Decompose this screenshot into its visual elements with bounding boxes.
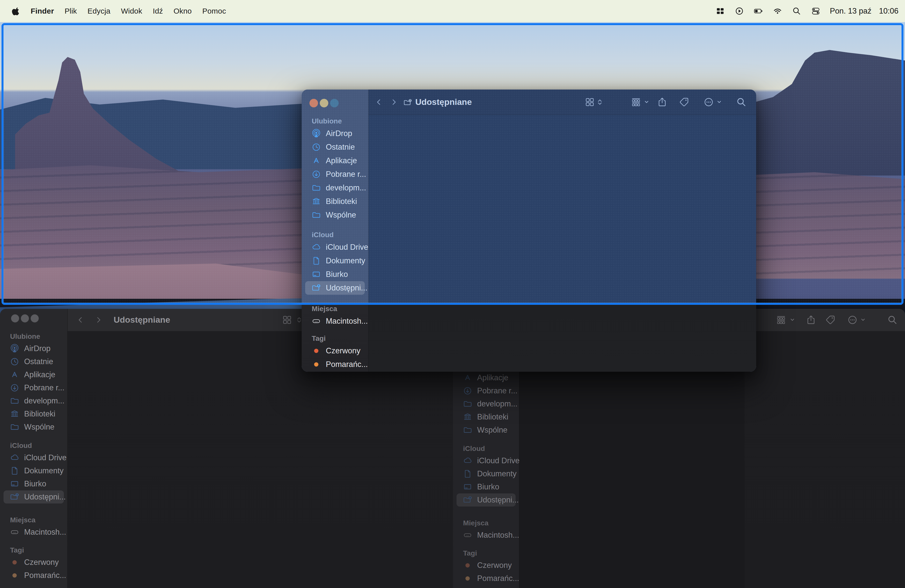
folder-icon bbox=[10, 396, 20, 406]
search-icon[interactable] bbox=[792, 6, 802, 16]
sidebar-item-label: Pobrane r... bbox=[24, 383, 64, 393]
dot-icon bbox=[462, 560, 473, 571]
shared-folder-icon bbox=[462, 495, 473, 505]
zoom-button[interactable] bbox=[31, 315, 39, 323]
sidebar-item-udostępni[interactable]: Udostępni... bbox=[457, 493, 516, 507]
sidebar-section: TagiCzerwonyPomarańc... bbox=[302, 328, 368, 371]
dot-icon bbox=[311, 346, 321, 356]
shared-folder-icon bbox=[10, 492, 20, 502]
menu-bar: Finder Plik Edycja Widok Idź Okno Pomoc … bbox=[0, 0, 905, 22]
library-icon bbox=[462, 412, 473, 422]
sidebar-item-label: Pomarańc... bbox=[24, 571, 66, 580]
search-icon[interactable] bbox=[887, 315, 898, 326]
sidebar-item-icloud-drive[interactable]: iCloud Drive bbox=[3, 451, 64, 464]
sidebar-item-dokumenty[interactable]: Dokumenty bbox=[457, 467, 516, 480]
chevron-down-icon[interactable] bbox=[857, 315, 868, 326]
sidebar-item-pomarańc[interactable]: Pomarańc... bbox=[3, 569, 64, 582]
sidebar-item-biblioteki[interactable]: Biblioteki bbox=[457, 410, 516, 424]
app-grid-icon[interactable] bbox=[715, 6, 725, 16]
battery-icon[interactable] bbox=[753, 6, 764, 16]
appstore-icon bbox=[10, 370, 20, 380]
menu-widok[interactable]: Widok bbox=[121, 7, 142, 15]
menu-finder[interactable]: Finder bbox=[31, 7, 54, 15]
sidebar-item-macintosh[interactable]: Macintosh... bbox=[3, 526, 64, 539]
window-title: Udostępniane bbox=[114, 315, 170, 325]
group-by-icon[interactable] bbox=[776, 315, 787, 326]
menu-edycja[interactable]: Edycja bbox=[87, 7, 110, 15]
sidebar-item-macintosh[interactable]: Macintosh... bbox=[305, 315, 365, 328]
sidebar-item-pomarańc[interactable]: Pomarańc... bbox=[305, 358, 365, 371]
folder-icon bbox=[10, 422, 20, 432]
library-icon bbox=[10, 409, 20, 419]
sidebar-item-label: developm... bbox=[477, 399, 518, 408]
sidebar: UlubioneAirDropOstatnieAplikacjePobrane … bbox=[0, 309, 68, 588]
sidebar-item-czerwony[interactable]: Czerwony bbox=[3, 556, 64, 569]
play-circle-icon[interactable] bbox=[734, 6, 745, 16]
forward-chevron-icon[interactable] bbox=[93, 315, 104, 326]
sidebar-item-aplikacje[interactable]: Aplikacje bbox=[3, 368, 64, 381]
share-icon[interactable] bbox=[805, 315, 816, 326]
sidebar-item-label: Wspólne bbox=[477, 426, 508, 435]
menu-idz[interactable]: Idź bbox=[153, 7, 163, 15]
sidebar-section-header: Tagi bbox=[453, 548, 519, 559]
wifi-icon[interactable] bbox=[773, 6, 783, 16]
menu-plik[interactable]: Plik bbox=[65, 7, 77, 15]
sidebar-item-icloud-drive[interactable]: iCloud Drive bbox=[457, 454, 516, 467]
sidebar-item-airdrop[interactable]: AirDrop bbox=[3, 342, 64, 355]
sidebar-item-label: Udostępni... bbox=[24, 493, 66, 502]
sidebar-item-label: Aplikacje bbox=[24, 370, 55, 379]
sidebar-item-macintosh[interactable]: Macintosh... bbox=[457, 529, 516, 542]
sidebar-section: MiejscaMacintosh... bbox=[453, 507, 519, 542]
window-snap-overlay bbox=[2, 23, 903, 305]
view-grid-icon[interactable] bbox=[281, 315, 293, 326]
sidebar-item-czerwony[interactable]: Czerwony bbox=[457, 559, 516, 572]
sidebar-item-label: Dokumenty bbox=[24, 466, 64, 475]
sidebar-item-aplikacje[interactable]: Aplikacje bbox=[457, 371, 516, 384]
sidebar-item-pomarańc[interactable]: Pomarańc... bbox=[457, 572, 516, 585]
sidebar-item-biblioteki[interactable]: Biblioteki bbox=[3, 407, 64, 421]
sidebar-item-wspólne[interactable]: Wspólne bbox=[3, 421, 64, 434]
menu-date[interactable]: Pon. 13 paź bbox=[830, 6, 871, 16]
sidebar-section-header: Tagi bbox=[0, 545, 67, 556]
apple-menu[interactable] bbox=[11, 6, 21, 16]
harddrive-icon bbox=[311, 316, 321, 326]
sidebar-item-label: Macintosh... bbox=[477, 531, 519, 540]
close-button[interactable] bbox=[11, 315, 19, 323]
document-icon bbox=[10, 466, 20, 476]
sidebar-item-label: Biblioteki bbox=[24, 410, 55, 418]
sidebar-item-dokumenty[interactable]: Dokumenty bbox=[3, 464, 64, 477]
sidebar-item-biurko[interactable]: Biurko bbox=[3, 477, 64, 490]
sidebar-item-wspólne[interactable]: Wspólne bbox=[457, 424, 516, 437]
sidebar-section: TagiCzerwonyPomarańc... bbox=[453, 542, 519, 585]
sidebar-section-header: Miejsca bbox=[0, 515, 67, 526]
airdrop-icon bbox=[10, 343, 20, 354]
sidebar-item-label: Czerwony bbox=[24, 558, 59, 567]
folder-icon bbox=[462, 399, 473, 409]
appstore-icon bbox=[462, 373, 473, 383]
sidebar-section-header: Tagi bbox=[302, 333, 368, 344]
dot-icon bbox=[10, 571, 20, 580]
more-circle-icon[interactable] bbox=[847, 315, 858, 326]
sidebar-item-ostatnie[interactable]: Ostatnie bbox=[3, 355, 64, 368]
sidebar-item-label: Ostatnie bbox=[24, 357, 53, 366]
chevron-down-icon[interactable] bbox=[787, 315, 798, 326]
sidebar-item-czerwony[interactable]: Czerwony bbox=[305, 344, 365, 358]
sidebar-item-developm[interactable]: developm... bbox=[3, 394, 64, 407]
menu-pomoc[interactable]: Pomoc bbox=[202, 7, 226, 15]
sidebar-section-header: iCloud bbox=[453, 443, 519, 454]
tag-icon[interactable] bbox=[825, 315, 836, 326]
sidebar-item-pobrane-r[interactable]: Pobrane r... bbox=[457, 384, 516, 397]
control-center-icon[interactable] bbox=[811, 6, 821, 16]
sidebar-item-label: iCloud Drive bbox=[24, 453, 67, 462]
sidebar-item-label: Pomarańc... bbox=[477, 574, 519, 583]
minimize-button[interactable] bbox=[21, 315, 29, 323]
sidebar-item-pobrane-r[interactable]: Pobrane r... bbox=[3, 381, 64, 394]
sidebar-item-developm[interactable]: developm... bbox=[457, 397, 516, 410]
sidebar-item-label: Macintosh... bbox=[326, 317, 368, 326]
sidebar-item-label: Biurko bbox=[477, 482, 499, 491]
sidebar-item-udostępni[interactable]: Udostępni... bbox=[3, 490, 64, 504]
menu-okno[interactable]: Okno bbox=[173, 7, 192, 15]
sidebar-item-biurko[interactable]: Biurko bbox=[457, 480, 516, 493]
back-chevron-icon[interactable] bbox=[75, 315, 86, 326]
menu-clock[interactable]: 10:06 bbox=[879, 6, 899, 16]
